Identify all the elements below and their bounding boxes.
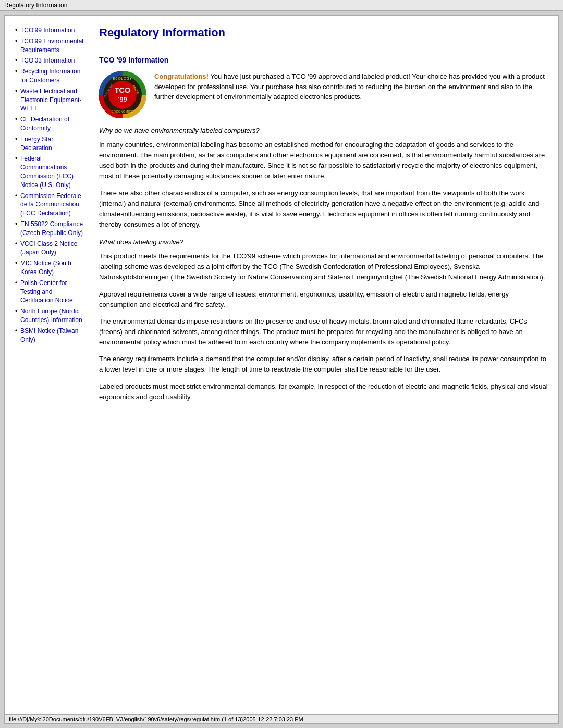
italic-heading-2: What does labeling involve? [99, 238, 548, 246]
sidebar-item-north-europe[interactable]: North Europe (Nordic Countries) Informat… [15, 307, 85, 325]
svg-text:TCO: TCO [115, 86, 130, 94]
sidebar-link-tco99-env[interactable]: TCO'99 Environmental Requirements [20, 38, 83, 54]
sidebar-item-polish[interactable]: Polish Center for Testing and Certificat… [15, 279, 85, 305]
para-6: The energy requirements include a demand… [99, 354, 548, 375]
sidebar-link-polish[interactable]: Polish Center for Testing and Certificat… [20, 279, 73, 304]
sidebar-item-vcci[interactable]: VCCI Class 2 Notice (Japan Only) [15, 240, 85, 257]
page-title: Regulatory Information [99, 26, 548, 40]
para-3: This product meets the requirements for … [99, 251, 548, 282]
sidebar: TCO'99 Information TCO'99 Environmental … [15, 26, 91, 704]
tco-intro: TCO '99 ECOLOGY ENERGY ERGONOMICS EMISSI… [99, 71, 548, 118]
sidebar-item-en55022[interactable]: EN 55022 Compliance (Czech Republic Only… [15, 220, 85, 238]
sidebar-item-commission[interactable]: Commission Federale de la Communication … [15, 192, 85, 218]
sidebar-link-tco03[interactable]: TCO'03 Information [20, 57, 75, 64]
sidebar-item-energy-star[interactable]: Energy Star Declaration [15, 135, 85, 153]
sidebar-link-ce[interactable]: CE Declaration of Conformity [20, 116, 69, 132]
para-4: Approval requirements cover a wide range… [99, 289, 548, 310]
sidebar-link-bsmi[interactable]: BSMI Notice (Taiwan Only) [20, 327, 78, 343]
para-5: The environmental demands impose restric… [99, 316, 548, 348]
status-bar: file:///D|/My%20Documents/dfu/190V6FB_V3… [5, 714, 558, 723]
sidebar-link-recycling[interactable]: Recycling Information for Customers [20, 68, 80, 84]
sidebar-item-tco03[interactable]: TCO'03 Information [15, 56, 85, 65]
sidebar-link-waste[interactable]: Waste Electrical and Electronic Equipmen… [20, 88, 81, 113]
main-content: Regulatory Information TCO '99 Informati… [91, 26, 548, 704]
title-bar: Regulatory Information [0, 0, 563, 11]
sidebar-link-energy-star[interactable]: Energy Star Declaration [20, 135, 53, 152]
browser-window: TCO'99 Information TCO'99 Environmental … [4, 15, 559, 724]
sidebar-item-mic[interactable]: MIC Notice (South Korea Only) [15, 259, 85, 277]
sidebar-link-tco99-info[interactable]: TCO'99 Information [20, 27, 75, 34]
section-title: TCO '99 Information [99, 56, 548, 64]
congrats-label: Congratulations! [154, 72, 209, 80]
sidebar-link-north-europe[interactable]: North Europe (Nordic Countries) Informat… [20, 307, 82, 324]
sidebar-link-fcc[interactable]: Federal Communications Commission (FCC) … [20, 155, 74, 188]
svg-text:ERGONOMICS: ERGONOMICS [112, 110, 133, 113]
sidebar-link-mic[interactable]: MIC Notice (South Korea Only) [20, 260, 71, 276]
tco-description-text: You have just purchased a TCO '99 approv… [154, 72, 545, 101]
sidebar-list: TCO'99 Information TCO'99 Environmental … [15, 26, 85, 344]
sidebar-item-fcc[interactable]: Federal Communications Commission (FCC) … [15, 154, 85, 189]
tco-description: Congratulations! You have just purchased… [154, 71, 548, 118]
divider [99, 46, 548, 46]
sidebar-link-commission[interactable]: Commission Federale de la Communication … [20, 192, 81, 217]
para-1: In many countries, environmental labelin… [99, 140, 548, 182]
tco-logo-svg: TCO '99 ECOLOGY ENERGY ERGONOMICS EMISSI… [99, 71, 146, 118]
italic-heading-1: Why do we have environmentally labeled c… [99, 127, 548, 134]
status-bar-text: file:///D|/My%20Documents/dfu/190V6FB_V3… [9, 716, 303, 722]
sidebar-link-en55022[interactable]: EN 55022 Compliance (Czech Republic Only… [20, 220, 83, 237]
tco-logo: TCO '99 ECOLOGY ENERGY ERGONOMICS EMISSI… [99, 71, 146, 118]
para-7: Labeled products must meet strict enviro… [99, 381, 548, 402]
svg-text:ECOLOGY: ECOLOGY [113, 77, 132, 80]
sidebar-item-ce[interactable]: CE Declaration of Conformity [15, 115, 85, 133]
para-2: There are also other characteristics of … [99, 188, 548, 230]
sidebar-link-vcci[interactable]: VCCI Class 2 Notice (Japan Only) [20, 240, 77, 256]
content-area: TCO'99 Information TCO'99 Environmental … [5, 16, 558, 714]
sidebar-item-tco99-info[interactable]: TCO'99 Information [15, 26, 85, 35]
title-bar-text: Regulatory Information [4, 2, 67, 9]
sidebar-item-waste[interactable]: Waste Electrical and Electronic Equipmen… [15, 87, 85, 113]
sidebar-item-recycling[interactable]: Recycling Information for Customers [15, 67, 85, 85]
sidebar-item-tco99-env[interactable]: TCO'99 Environmental Requirements [15, 37, 85, 55]
sidebar-item-bsmi[interactable]: BSMI Notice (Taiwan Only) [15, 327, 85, 344]
svg-text:'99: '99 [118, 96, 127, 103]
